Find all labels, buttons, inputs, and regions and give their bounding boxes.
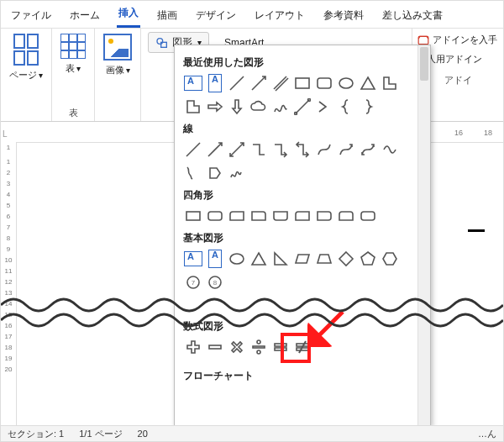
table-group-name: 表 (69, 107, 78, 119)
scrollbar-thumb[interactable] (420, 47, 428, 81)
shape-b-hept[interactable]: 7 (183, 272, 203, 292)
shape-r4[interactable] (249, 206, 269, 226)
shape-arrow-right[interactable] (205, 97, 225, 117)
menu-bar: ファイル ホーム 挿入 描画 デザイン レイアウト 参考資料 差し込み文書 (1, 1, 503, 28)
pages-label: ページ▾ (9, 69, 43, 82)
menu-draw[interactable]: 描画 (155, 7, 179, 28)
shape-scribble-1[interactable] (380, 139, 400, 160)
menu-ref[interactable]: 参考資料 (322, 7, 365, 28)
shape-divide[interactable] (249, 337, 269, 357)
shape-b-tri[interactable] (249, 249, 269, 269)
gallery-basic: 7 8 (183, 249, 415, 292)
shape-line-double[interactable] (270, 73, 291, 93)
shape-line-1[interactable] (183, 139, 203, 160)
shape-plus[interactable] (183, 337, 203, 357)
shape-b-txt1[interactable] (183, 249, 203, 269)
menu-layout[interactable]: レイアウト (253, 7, 307, 28)
menu-mail[interactable]: 差し込み文書 (381, 7, 444, 28)
shape-freeform[interactable] (270, 97, 291, 117)
gallery-lines (183, 139, 415, 183)
status-bar: セクション: 1 1/1 ページ 20 …ん (1, 425, 503, 441)
gallery-recent (183, 73, 415, 117)
shape-b-oct[interactable]: 8 (205, 272, 225, 292)
shape-r5[interactable] (270, 206, 291, 226)
shapes-icon (155, 36, 169, 50)
shape-textbox-h[interactable] (183, 73, 203, 93)
svg-text:7: 7 (192, 279, 196, 287)
picture-icon[interactable] (103, 34, 132, 61)
shape-minus[interactable] (205, 337, 225, 357)
shape-r2[interactable] (205, 206, 225, 226)
shape-connector[interactable] (292, 97, 312, 117)
shape-b-dia[interactable] (336, 249, 356, 269)
shape-elbow[interactable] (183, 97, 203, 117)
shape-freeform-closed[interactable] (205, 163, 225, 183)
shape-cloud[interactable] (249, 97, 269, 117)
shape-b-para[interactable] (292, 249, 312, 269)
ruler-corner: L (3, 129, 8, 139)
svg-rect-11 (186, 212, 200, 220)
status-lang[interactable]: …ん (478, 428, 496, 440)
cat-math: 数式図形 (183, 319, 415, 334)
shape-b-hex[interactable] (380, 249, 400, 269)
scrollbar[interactable] (417, 45, 430, 425)
svg-rect-19 (253, 346, 265, 348)
addins-group-name: アドイ (444, 74, 472, 87)
menu-insert[interactable]: 挿入 (117, 4, 140, 28)
shape-brace-l[interactable] (336, 97, 356, 117)
menu-home[interactable]: ホーム (68, 7, 102, 28)
shape-b-pent[interactable] (358, 249, 378, 269)
shape-elbow-double[interactable] (292, 139, 312, 160)
shape-triangle[interactable] (358, 73, 378, 93)
shape-textbox-v[interactable] (205, 73, 225, 93)
shape-r1[interactable] (183, 206, 203, 226)
cat-lines: 線 (183, 122, 415, 136)
shape-r9[interactable] (358, 206, 378, 226)
shapes-gallery-panel: 最近使用した図形 線 (174, 45, 431, 426)
shape-r6[interactable] (292, 206, 312, 226)
shape-arrow-down[interactable] (227, 97, 247, 117)
shape-scribble-free[interactable] (227, 163, 247, 183)
shape-curve-3[interactable] (358, 139, 378, 160)
shape-elbow-arrow[interactable] (270, 139, 291, 160)
shape-chevron[interactable] (314, 97, 334, 117)
shape-curve-1[interactable] (314, 139, 334, 160)
shape-b-trap[interactable] (314, 249, 334, 269)
shape-elbow-conn[interactable] (249, 139, 269, 160)
menu-design[interactable]: デザイン (194, 7, 238, 28)
shape-r3[interactable] (227, 206, 247, 226)
shape-b-rtri[interactable] (270, 249, 291, 269)
shape-r7[interactable] (314, 206, 334, 226)
shape-line[interactable] (227, 73, 247, 93)
status-page[interactable]: 1/1 ページ (79, 428, 122, 440)
svg-point-13 (230, 254, 244, 264)
shape-oval[interactable] (336, 73, 356, 93)
ribbon-group-pages: ページ▾ (1, 29, 52, 121)
status-words[interactable]: 20 (138, 429, 148, 439)
shape-r8[interactable] (336, 206, 356, 226)
pages-icon[interactable] (13, 34, 39, 66)
shape-b-oval[interactable] (227, 249, 247, 269)
shape-l[interactable] (380, 73, 400, 93)
table-icon[interactable] (60, 34, 86, 59)
shape-line-3[interactable] (227, 139, 247, 160)
menu-file[interactable]: ファイル (9, 7, 53, 28)
shape-b-txt2[interactable] (205, 249, 225, 269)
shape-multiply[interactable] (227, 337, 247, 357)
svg-rect-7 (318, 78, 331, 88)
shape-line-2[interactable] (205, 139, 225, 160)
svg-point-0 (157, 38, 163, 44)
shape-line-arrow[interactable] (249, 73, 269, 93)
ruler-tick: 16 (454, 129, 463, 137)
shape-curve-2[interactable] (336, 139, 356, 160)
svg-point-21 (257, 350, 260, 354)
svg-line-26 (314, 312, 343, 340)
shape-rect[interactable] (292, 73, 312, 93)
shape-rect-round[interactable] (314, 73, 334, 93)
cat-recent: 最近使用した図形 (183, 55, 415, 70)
shape-scribble-2[interactable] (183, 163, 203, 183)
shape-brace-r[interactable] (358, 97, 378, 117)
table-label: 表▾ (66, 62, 81, 75)
status-section[interactable]: セクション: 1 (8, 428, 64, 440)
svg-rect-6 (296, 78, 309, 88)
